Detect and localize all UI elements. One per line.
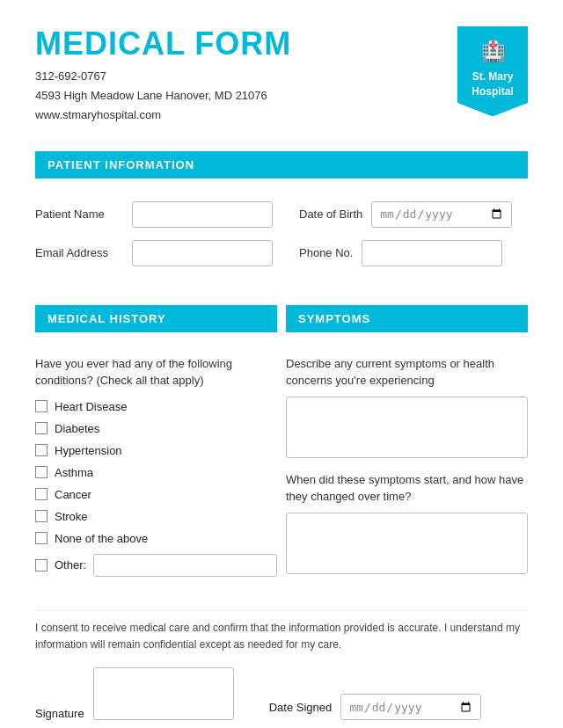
checkbox-heart-disease: Heart Disease xyxy=(35,400,277,413)
symptoms-header: SYMPTOMS xyxy=(286,305,528,332)
patient-info-header: PATIENT INFORMATION xyxy=(35,151,528,178)
consent-section: I consent to receive medical care and co… xyxy=(35,610,528,653)
symptom-textarea1[interactable] xyxy=(286,397,528,458)
two-col-content: Have you ever had any of the following c… xyxy=(35,346,528,596)
page-header: MEDICAL FORM 312-692-0767 4593 High Mead… xyxy=(35,26,528,125)
patient-name-input[interactable] xyxy=(132,201,273,228)
header-left: MEDICAL FORM 312-692-0767 4593 High Mead… xyxy=(35,26,291,125)
conditions-question: Have you ever had any of the following c… xyxy=(35,355,277,389)
email-label: Email Address xyxy=(35,246,123,259)
hospital-icon: 🏥 xyxy=(472,39,514,66)
checkbox-cancer-label: Cancer xyxy=(55,488,91,501)
checkbox-stroke: Stroke xyxy=(35,510,277,523)
checkbox-none-input[interactable] xyxy=(35,532,48,544)
consent-text: I consent to receive medical care and co… xyxy=(35,620,528,653)
checkbox-diabetes-label: Diabetes xyxy=(55,422,99,435)
checkbox-diabetes: Diabetes xyxy=(35,422,277,435)
signature-label: Signature xyxy=(35,707,84,720)
checkbox-hypertension-input[interactable] xyxy=(35,444,48,456)
checkbox-none: None of the above xyxy=(35,532,277,545)
checkbox-asthma-input[interactable] xyxy=(35,466,48,478)
signature-row: Signature Date Signed xyxy=(35,667,528,720)
other-label: Other: xyxy=(55,558,86,571)
hospital-name: St. MaryHospital xyxy=(472,70,513,98)
section-headers-row: MEDICAL HISTORY SYMPTOMS xyxy=(35,305,528,346)
checkbox-heart-disease-input[interactable] xyxy=(35,400,48,412)
symptom-textarea2[interactable] xyxy=(286,513,528,574)
signature-group: Signature xyxy=(35,667,234,720)
symptom-question2: When did these symptoms start, and how h… xyxy=(286,471,528,506)
title-black: MEDICAL xyxy=(35,25,185,62)
other-text-input[interactable] xyxy=(93,554,277,577)
phone-input[interactable] xyxy=(362,240,502,266)
checkbox-asthma: Asthma xyxy=(35,466,277,479)
address: 4593 High Meadow Lane Hanover, MD 21076 xyxy=(35,89,267,102)
checkbox-diabetes-input[interactable] xyxy=(35,422,48,434)
checkbox-cancer-input[interactable] xyxy=(35,488,48,500)
signature-box[interactable] xyxy=(93,667,234,720)
date-signed-group: Date Signed xyxy=(269,694,482,720)
symptom-question1: Describe any current symptoms or health … xyxy=(286,355,528,389)
other-row: Other: xyxy=(35,554,277,577)
email-input[interactable] xyxy=(132,240,273,266)
website: www.stmaryhospital.com xyxy=(35,108,161,121)
date-signed-input[interactable] xyxy=(340,694,481,720)
phone-label: Phone No. xyxy=(299,246,353,259)
patient-name-row: Patient Name Date of Birth xyxy=(35,201,528,228)
form-title: MEDICAL FORM xyxy=(35,26,291,62)
checkbox-heart-disease-label: Heart Disease xyxy=(55,400,127,413)
patient-fields: Patient Name Date of Birth Email Address… xyxy=(35,193,528,288)
medical-history-col: Have you ever had any of the following c… xyxy=(35,346,277,596)
checkbox-none-label: None of the above xyxy=(55,532,148,545)
medical-history-title: MEDICAL HISTORY xyxy=(48,312,166,325)
symptoms-title: SYMPTOMS xyxy=(298,312,370,325)
checkbox-asthma-label: Asthma xyxy=(55,466,93,479)
contact-info: 312-692-0767 4593 High Meadow Lane Hanov… xyxy=(35,67,291,125)
checkbox-stroke-input[interactable] xyxy=(35,510,48,522)
hospital-badge: 🏥 St. MaryHospital xyxy=(457,26,528,116)
dob-label: Date of Birth xyxy=(299,207,362,221)
checkbox-other-input[interactable] xyxy=(35,559,48,571)
patient-info-section: PATIENT INFORMATION Patient Name Date of… xyxy=(35,151,528,288)
email-row: Email Address Phone No. xyxy=(35,240,528,266)
checkbox-hypertension-label: Hypertension xyxy=(55,444,122,457)
symptoms-col: Describe any current symptoms or health … xyxy=(286,346,528,596)
checkbox-stroke-label: Stroke xyxy=(55,510,88,523)
phone-number: 312-692-0767 xyxy=(35,69,106,83)
patient-info-title: PATIENT INFORMATION xyxy=(48,158,194,171)
date-signed-label: Date Signed xyxy=(269,701,333,714)
checkbox-hypertension: Hypertension xyxy=(35,444,277,457)
checkbox-cancer: Cancer xyxy=(35,488,277,501)
patient-name-label: Patient Name xyxy=(35,207,123,221)
title-blue: FORM xyxy=(194,25,291,62)
medical-history-header: MEDICAL HISTORY xyxy=(35,305,277,332)
dob-input[interactable] xyxy=(371,201,512,228)
